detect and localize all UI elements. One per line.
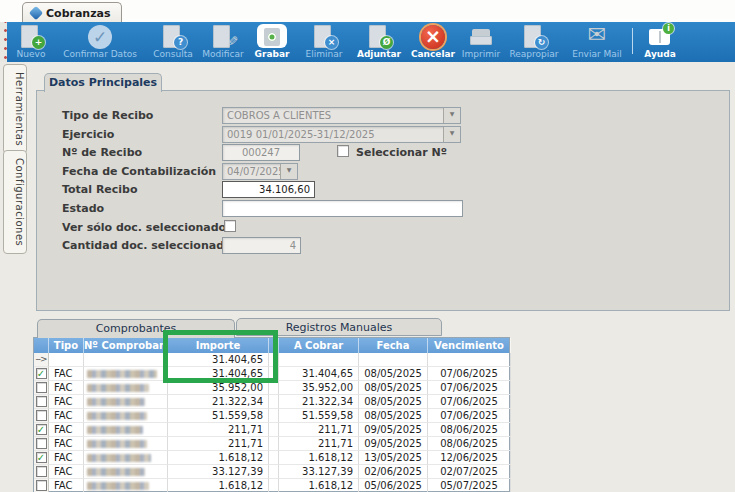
- toolbar-button-imprimir[interactable]: Imprimir: [459, 22, 503, 62]
- cell-tipo: FAC: [49, 367, 84, 381]
- nro-de-recibo-input[interactable]: 000247: [222, 144, 300, 161]
- badge-glyph: ×: [325, 36, 338, 49]
- cell-fecha: 13/05/2025: [359, 451, 428, 465]
- toolbar-button-ayuda[interactable]: Ayuda: [636, 22, 684, 62]
- row-select-cell: [34, 395, 49, 409]
- nro-de-recibo-label: Nº de Recibo: [62, 146, 142, 159]
- table-row[interactable]: FAC1.618,121.618,1213/05/202512/06/2025: [34, 451, 509, 465]
- chevron-down-icon[interactable]: [443, 108, 460, 123]
- toolbar-button-label: Reapropiar: [509, 49, 558, 60]
- toolbar-button-modificar[interactable]: ✎Modificar: [199, 22, 247, 62]
- tipo-de-recibo-value: COBROS A CLIENTES: [227, 110, 331, 121]
- sidebar-tab-configuraciones[interactable]: Configuraciones: [3, 150, 27, 254]
- chevron-down-icon[interactable]: [280, 164, 297, 179]
- row-checkbox[interactable]: [36, 452, 47, 463]
- toolbar-button-label: Eliminar: [306, 49, 343, 60]
- cell-a-cobrar: 211,71: [279, 437, 359, 451]
- seleccionar-nro-label: Seleccionar Nº: [356, 146, 447, 159]
- row-checkbox[interactable]: [36, 466, 47, 477]
- cell-importe: 1.618,12: [168, 451, 269, 465]
- table-row[interactable]: FAC21.322,3421.322,3408/05/202507/06/202…: [34, 395, 509, 409]
- tipo-de-recibo-select[interactable]: COBROS A CLIENTES: [222, 107, 461, 124]
- table-row[interactable]: FAC211,71211,7109/05/202508/06/2025: [34, 423, 509, 437]
- row-checkbox[interactable]: [36, 396, 47, 407]
- table-row[interactable]: FAC51.559,5851.559,5808/05/202507/06/202…: [34, 409, 509, 423]
- redacted-comprobante-number: [87, 370, 157, 378]
- cell-vencimiento: 02/07/2025: [428, 465, 511, 479]
- toolbar-button-reapropiar[interactable]: ↻Reapropiar: [503, 22, 565, 62]
- toolbar-button-adjuntar[interactable]: ØAdjuntar: [351, 22, 407, 62]
- fecha-contabilizacion-select[interactable]: 04/07/2025: [222, 163, 298, 180]
- row-checkbox[interactable]: [36, 480, 47, 491]
- ver-solo-doc-seleccionados-checkbox[interactable]: [224, 220, 236, 232]
- tab-datos-principales[interactable]: Datos Principales: [44, 73, 162, 92]
- row-select-cell: [34, 451, 49, 465]
- redacted-comprobante-number: [87, 440, 147, 448]
- toolbar-button-enviar-mail[interactable]: Enviar Mail: [565, 22, 629, 62]
- badge-glyph: +: [32, 36, 45, 49]
- cell-a-cobrar: 33.127,39: [279, 465, 359, 479]
- cell-nro-comprobante: [84, 353, 168, 367]
- seleccionar-nro-checkbox[interactable]: [337, 145, 349, 157]
- document-plus-icon: +: [16, 24, 46, 48]
- cell-importe: 21.322,34: [168, 395, 269, 409]
- fecha-contabilizacion-value: 04/07/2025: [227, 166, 285, 177]
- toolbar: +NuevoConfirmar Datos?Consulta✎Modificar…: [0, 22, 735, 62]
- row-checkbox[interactable]: [36, 410, 47, 421]
- cell-importe: 35.952,00: [168, 381, 269, 395]
- toolbar-button-eliminar[interactable]: ×Eliminar: [297, 22, 351, 62]
- table-row[interactable]: FAC211,71211,7109/05/202508/06/2025: [34, 437, 509, 451]
- row-select-cell: [34, 437, 49, 451]
- table-row[interactable]: FAC1.618,121.618,1205/06/202505/07/2025: [34, 479, 509, 492]
- cantidad-doc-seleccionados-input[interactable]: 4: [222, 237, 301, 254]
- redacted-comprobante-number: [87, 468, 145, 476]
- toolbar-button-label: Imprimir: [462, 49, 500, 60]
- ejercicio-select[interactable]: 0019 01/01/2025-31/12/2025: [222, 126, 461, 143]
- badge-glyph: ?: [174, 36, 187, 49]
- table-row[interactable]: FAC35.952,0035.952,0008/05/202507/06/202…: [34, 381, 509, 395]
- toolbar-button-cancelar[interactable]: Cancelar: [407, 22, 459, 62]
- toolbar-grip[interactable]: [0, 22, 7, 62]
- row-checkbox[interactable]: [36, 438, 47, 449]
- cell-a-cobrar: 35.952,00: [279, 381, 359, 395]
- document-attach-icon: Ø: [364, 24, 394, 48]
- toolbar-button-label: Enviar Mail: [572, 49, 622, 60]
- toolbar-button-grabar[interactable]: Grabar: [247, 22, 297, 62]
- cell-a-cobrar: 21.322,34: [279, 395, 359, 409]
- toolbar-button-consulta[interactable]: ?Consulta: [147, 22, 199, 62]
- cell-nro-comprobante: [84, 409, 168, 423]
- redacted-comprobante-number: [87, 398, 145, 406]
- check-circle-icon: [85, 24, 115, 48]
- tab-cobranzas[interactable]: Cobranzas: [22, 2, 122, 23]
- toolbar-button-label: Cancelar: [411, 49, 455, 60]
- toolbar-button-confirmar-datos[interactable]: Confirmar Datos: [53, 22, 147, 62]
- chevron-down-icon[interactable]: [443, 127, 460, 142]
- estado-label: Estado: [62, 202, 104, 215]
- row-checkbox[interactable]: [36, 382, 47, 393]
- row-checkbox[interactable]: [36, 368, 47, 379]
- document-x-icon: ×: [309, 24, 339, 48]
- table-row[interactable]: FAC33.127,3933.127,3902/06/202502/07/202…: [34, 465, 509, 479]
- cell-importe: 51.559,58: [168, 409, 269, 423]
- sidebar-tab-herramientas[interactable]: Herramientas: [3, 64, 27, 154]
- highlight-annotation-rectangle: [163, 330, 278, 383]
- row-pointer-cell: -->: [34, 353, 49, 367]
- column-header-fecha[interactable]: Fecha: [359, 338, 428, 353]
- toolbar-buttons: +NuevoConfirmar Datos?Consulta✎Modificar…: [7, 22, 684, 62]
- envelope-icon: [582, 24, 612, 48]
- toolbar-button-label: Ayuda: [644, 49, 675, 60]
- row-select-cell: [34, 465, 49, 479]
- cell-spacer: [269, 465, 279, 479]
- row-checkbox[interactable]: [36, 424, 47, 435]
- row-select-cell: [34, 479, 49, 492]
- column-header-n-comprobante[interactable]: Nº Comprobante: [84, 338, 168, 353]
- document-pencil-icon: ✎: [208, 24, 238, 48]
- estado-input[interactable]: [222, 200, 463, 217]
- row-select-cell: [34, 367, 49, 381]
- total-recibo-input[interactable]: 34.106,60: [222, 181, 315, 198]
- column-header-vencimiento[interactable]: Vencimiento: [428, 338, 511, 353]
- row-select-cell: [34, 381, 49, 395]
- toolbar-button-nuevo[interactable]: +Nuevo: [9, 22, 53, 62]
- column-header-a-cobrar[interactable]: A Cobrar: [279, 338, 359, 353]
- column-header-tipo[interactable]: Tipo: [49, 338, 84, 353]
